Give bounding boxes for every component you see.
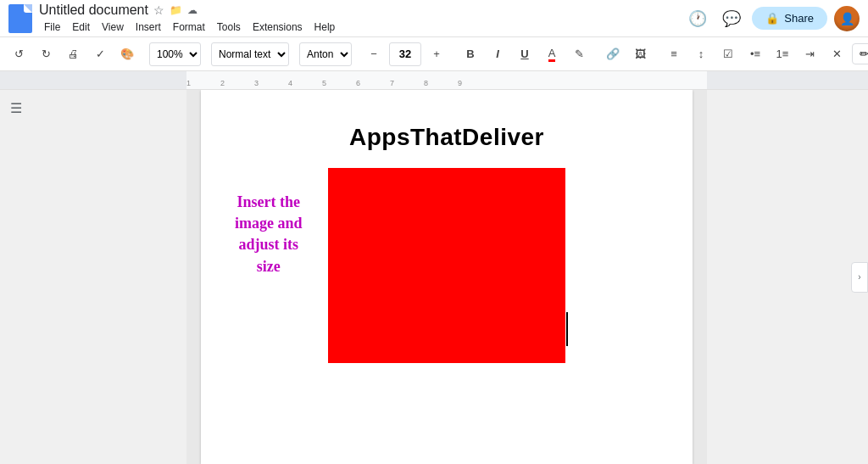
print-button[interactable]: 🖨 [61, 42, 85, 66]
font-select[interactable]: Anton [299, 42, 352, 66]
pencil-icon: ✏ [860, 48, 868, 60]
main-area: ☰ AppsThatDeliver Insert the image and a… [0, 90, 868, 464]
right-panel: › [707, 90, 868, 464]
outline-icon[interactable]: ☰ [7, 97, 180, 120]
left-panel: ☰ [0, 90, 186, 464]
style-select[interactable]: Normal text [211, 42, 289, 66]
history-button[interactable]: 🕐 [684, 5, 711, 32]
ruler-main: 1 2 3 4 5 6 7 8 9 [186, 71, 707, 89]
link-button[interactable]: 🔗 [601, 42, 625, 66]
document-title[interactable]: Untitled document [39, 3, 148, 18]
font-size-input[interactable] [389, 42, 421, 66]
line-spacing-button[interactable]: ↕ [689, 42, 713, 66]
checklist-button[interactable]: ☑ [716, 42, 740, 66]
text-color-button[interactable]: A [540, 42, 564, 66]
clear-format-button[interactable]: ✕ [825, 42, 849, 66]
spell-check-button[interactable]: ✓ [88, 42, 112, 66]
title-right: 🕐 💬 🔒 Share 👤 [684, 5, 860, 32]
indent-button[interactable]: ⇥ [798, 42, 821, 66]
ruler-mark: 4 [288, 79, 292, 87]
share-label: Share [784, 12, 814, 25]
align-button[interactable]: ≡ [662, 42, 686, 66]
menu-bar: File Edit View Insert Format Tools Exten… [39, 20, 677, 35]
menu-tools[interactable]: Tools [212, 20, 246, 35]
title-center: Untitled document ☆ 📁 ☁ File Edit View I… [39, 3, 677, 35]
menu-file[interactable]: File [39, 20, 65, 35]
ordered-list-button[interactable]: 1≡ [771, 42, 794, 66]
user-avatar[interactable]: 👤 [834, 6, 860, 31]
annotation-callout: Insert the image and adjust its size [235, 192, 303, 277]
ruler-mark: 9 [458, 79, 462, 87]
text-cursor [566, 312, 568, 346]
bold-button[interactable]: B [459, 42, 482, 66]
paint-format-button[interactable]: 🎨 [115, 42, 139, 66]
ruler-right-margin [707, 71, 868, 89]
share-button[interactable]: 🔒 Share [752, 7, 827, 30]
star-icon[interactable]: ☆ [153, 3, 164, 17]
side-panel-toggle[interactable]: › [851, 262, 868, 293]
annotation-text: Insert the image and adjust its size [235, 192, 303, 277]
bullet-list-button[interactable]: •≡ [743, 42, 767, 66]
redo-button[interactable]: ↻ [34, 42, 58, 66]
decrease-font-button[interactable]: − [362, 42, 386, 66]
cloud-save-icon: ☁ [187, 4, 198, 16]
document-page[interactable]: AppsThatDeliver Insert the image and adj… [201, 90, 693, 464]
increase-font-button[interactable]: + [425, 42, 448, 66]
lock-icon: 🔒 [765, 12, 779, 25]
menu-extensions[interactable]: Extensions [248, 20, 308, 35]
menu-insert[interactable]: Insert [131, 20, 166, 35]
undo-button[interactable]: ↺ [7, 42, 31, 66]
ruler-mark: 8 [424, 79, 428, 87]
chat-button[interactable]: 💬 [718, 5, 745, 32]
ruler-left-margin [0, 71, 186, 89]
google-docs-icon [8, 4, 32, 33]
menu-edit[interactable]: Edit [67, 20, 95, 35]
menu-format[interactable]: Format [168, 20, 210, 35]
toolbar: ↺ ↻ 🖨 ✓ 🎨 100% Normal text Anton − + B I… [0, 37, 868, 71]
image-placeholder[interactable] [328, 168, 565, 363]
zoom-select[interactable]: 100% [149, 42, 201, 66]
title-bar: Untitled document ☆ 📁 ☁ File Edit View I… [0, 0, 868, 37]
ruler-mark: 6 [356, 79, 360, 87]
ruler-mark: 5 [322, 79, 326, 87]
document-heading: AppsThatDeliver [243, 124, 650, 151]
highlight-button[interactable]: ✎ [567, 42, 591, 66]
image-button[interactable]: 🖼 [628, 42, 652, 66]
italic-button[interactable]: I [486, 42, 509, 66]
ruler-mark: 1 [186, 79, 191, 87]
underline-button[interactable]: U [513, 42, 537, 66]
ruler-mark: 2 [220, 79, 225, 87]
doc-title-row: Untitled document ☆ 📁 ☁ [39, 3, 677, 18]
editing-mode-button[interactable]: ✏ Editing ▾ [852, 43, 868, 64]
folder-icon[interactable]: 📁 [170, 4, 182, 16]
ruler-mark: 3 [254, 79, 259, 87]
ruler-mark: 7 [390, 79, 394, 87]
menu-help[interactable]: Help [309, 20, 341, 35]
menu-view[interactable]: View [97, 20, 129, 35]
ruler: 1 2 3 4 5 6 7 8 9 [0, 71, 868, 90]
